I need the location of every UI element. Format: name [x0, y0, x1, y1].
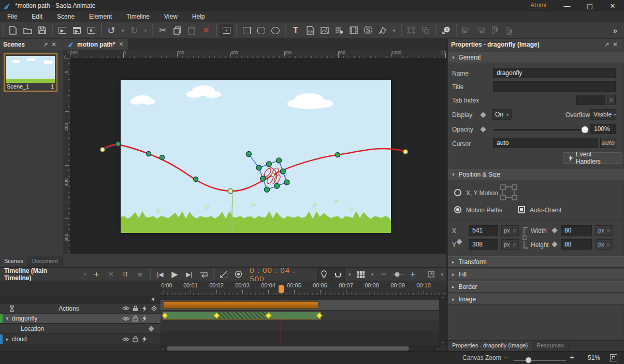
ellipse-tool[interactable] — [269, 24, 282, 37]
playhead-line[interactable] — [281, 296, 281, 345]
opacity-slider-thumb[interactable] — [582, 126, 588, 133]
popout-icon[interactable]: ↗ — [603, 41, 611, 48]
x-unit-button[interactable]: px — [501, 225, 519, 236]
fit-timeline-button[interactable] — [424, 268, 438, 281]
menu-help[interactable]: Help — [185, 12, 212, 21]
snapping-button[interactable] — [331, 268, 345, 281]
close-icon[interactable]: ✕ — [611, 41, 619, 48]
visibility-icon[interactable] — [121, 337, 130, 342]
rotate-handle[interactable] — [245, 151, 252, 157]
expand-caret-icon[interactable]: ▾ — [3, 316, 12, 321]
section-image[interactable]: ▸Image — [448, 294, 624, 305]
display-keyframe-icon[interactable] — [480, 112, 486, 118]
timeline-ruler[interactable]: 0:00 00:01 00:02 00:03 00:04 00:05 00:06… — [161, 281, 446, 296]
record-mode-button[interactable] — [231, 268, 245, 281]
height-unit-button[interactable]: px — [596, 239, 613, 250]
y-unit-button[interactable]: px — [501, 239, 519, 250]
motion-paths-radio[interactable] — [454, 206, 461, 213]
timeline-select-dropdown[interactable]: ▾ — [81, 268, 89, 281]
animation-icon[interactable] — [140, 336, 149, 342]
tabindex-field[interactable] — [576, 95, 605, 105]
preview-project-button[interactable]: ▶ — [70, 24, 83, 37]
document-tab[interactable]: motion path* ✕ — [63, 39, 128, 50]
collapse-caret-icon[interactable]: ▸ — [3, 337, 12, 342]
insert-audio-tool[interactable] — [332, 24, 346, 37]
insert-image-tool[interactable] — [318, 24, 331, 37]
copy-button[interactable] — [170, 24, 184, 37]
tab-properties[interactable]: Properties - dragonfly (Image) — [448, 341, 532, 351]
canvas-zoom-out-button[interactable]: − — [503, 353, 508, 362]
constrain-ratio-icon[interactable] — [523, 226, 529, 249]
show-hints-button[interactable] — [317, 268, 330, 281]
delete-timeline-button[interactable]: ✕ — [104, 268, 118, 281]
height-keyframe-icon[interactable] — [552, 241, 557, 247]
animation-bar-dragonfly[interactable] — [164, 301, 318, 309]
tab-document[interactable]: Document — [28, 256, 63, 267]
path-keyframe-mid[interactable] — [228, 189, 233, 194]
path-keyframe-start[interactable] — [100, 148, 105, 152]
title-field[interactable] — [493, 81, 616, 92]
section-transform[interactable]: ▸Transform — [448, 256, 624, 268]
rounded-rectangle-tool[interactable] — [254, 24, 268, 37]
insert-video-tool[interactable] — [347, 24, 360, 37]
lock-icon[interactable] — [130, 336, 140, 342]
menu-edit[interactable]: Edit — [24, 12, 50, 21]
hourglass-filter-icon[interactable] — [7, 305, 17, 312]
width-field[interactable]: 80 — [561, 225, 592, 236]
redo-button[interactable]: ↻ — [127, 24, 141, 37]
menu-view[interactable]: View — [157, 12, 185, 21]
text-tool[interactable]: T — [289, 24, 302, 37]
track-name[interactable]: dragonfly — [12, 315, 121, 322]
preview-scene-button[interactable]: ▶ — [55, 24, 69, 37]
timeline-vertical-scrollbar[interactable]: ⌃ ⌄ — [439, 296, 446, 345]
atomi-link[interactable]: Atomi — [530, 2, 546, 9]
timeline-grid-button[interactable] — [354, 268, 368, 281]
lock-column-icon[interactable] — [130, 305, 140, 312]
menu-scene[interactable]: Scene — [50, 12, 82, 21]
close-icon[interactable]: ✕ — [50, 41, 58, 48]
timeline-tracks-area[interactable] — [161, 296, 446, 345]
opacity-keyframe-icon[interactable] — [480, 126, 486, 132]
width-unit-button[interactable]: px — [596, 225, 613, 236]
undo-button[interactable]: ↺ — [105, 24, 118, 37]
auto-keyframe-button[interactable] — [217, 268, 230, 281]
maximize-button[interactable]: ▢ — [578, 0, 601, 11]
fit-timeline-dropdown[interactable]: ▾ — [439, 268, 446, 281]
timeline-zoom-out-button[interactable]: − — [377, 268, 390, 281]
align-right-button[interactable] — [474, 24, 487, 37]
path-keyframe-end[interactable] — [403, 150, 408, 154]
cloud-shapes[interactable] — [130, 85, 333, 109]
align-left-button[interactable] — [459, 24, 473, 37]
section-fill[interactable]: ▸Fill — [448, 269, 624, 280]
group-button[interactable] — [404, 24, 418, 37]
go-to-start-button[interactable]: |◀ — [153, 268, 167, 281]
new-project-button[interactable] — [6, 24, 20, 37]
section-border[interactable]: ▸Border — [448, 281, 624, 293]
playhead-marker[interactable] — [279, 285, 284, 293]
display-dropdown[interactable]: On▾ — [492, 109, 512, 120]
align-bottom-button[interactable] — [503, 24, 516, 37]
close-button[interactable]: ✕ — [601, 0, 624, 11]
add-timeline-button[interactable]: + — [90, 268, 103, 281]
scroll-down-icon[interactable]: ⌄ — [441, 339, 445, 344]
section-position-size[interactable]: ▾Position & Size — [448, 169, 624, 180]
freeform-shape-tool[interactable] — [376, 24, 389, 37]
canvas-zoom-slider-thumb[interactable] — [526, 357, 531, 363]
height-field[interactable]: 88 — [561, 239, 592, 250]
animation-icon[interactable] — [140, 315, 149, 322]
html-widget-tool[interactable]: HTML — [303, 24, 317, 37]
tab-scenes[interactable]: Scenes — [0, 256, 28, 267]
toolbar-overflow-button[interactable]: » — [608, 24, 622, 37]
undo-dropdown[interactable]: ▾ — [119, 24, 126, 37]
animation-bar-location[interactable] — [163, 312, 321, 319]
property-track-name[interactable]: Location — [21, 325, 149, 332]
redo-dropdown[interactable]: ▾ — [142, 24, 149, 37]
track-row-location[interactable]: Location — [0, 324, 161, 334]
width-keyframe-icon[interactable] — [552, 227, 557, 233]
timeline-zoom-in-button[interactable]: + — [406, 268, 419, 281]
paste-button[interactable] — [185, 24, 198, 37]
visibility-icon[interactable] — [121, 316, 130, 321]
event-handlers-button[interactable]: Event Handlers — [563, 152, 622, 164]
close-tab-icon[interactable]: ✕ — [119, 41, 123, 48]
grid-dropdown[interactable]: ▾ — [369, 268, 376, 281]
